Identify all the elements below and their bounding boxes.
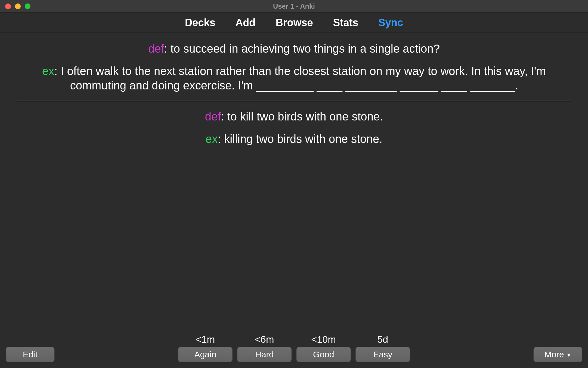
card-area: def: to succeed in achieving two things … xyxy=(0,33,588,146)
more-button[interactable]: More ▼ xyxy=(533,347,582,362)
back-def: def: to kill two birds with one stone. xyxy=(18,109,570,124)
nav-add[interactable]: Add xyxy=(235,17,256,29)
nav-stats[interactable]: Stats xyxy=(333,17,358,29)
front-def: def: to succeed in achieving two things … xyxy=(18,41,570,56)
answer-hard: <6m Hard xyxy=(237,334,292,362)
def-label: def xyxy=(148,42,164,55)
edit-button[interactable]: Edit xyxy=(6,347,55,362)
easy-button[interactable]: Easy xyxy=(355,347,410,362)
ex-label: ex xyxy=(206,133,218,145)
zoom-icon[interactable] xyxy=(25,3,30,9)
ex-label: ex xyxy=(42,65,54,77)
nav-browse[interactable]: Browse xyxy=(276,17,313,29)
window-lights xyxy=(5,3,30,9)
answer-buttons: <1m Again <6m Hard <10m Good 5d Easy xyxy=(178,334,410,362)
answer-again: <1m Again xyxy=(178,334,233,362)
nav-decks[interactable]: Decks xyxy=(185,17,215,29)
nav-sync[interactable]: Sync xyxy=(378,17,403,29)
good-button[interactable]: Good xyxy=(296,347,351,362)
interval-easy: 5d xyxy=(377,334,388,345)
minimize-icon[interactable] xyxy=(15,3,21,9)
window-title: User 1 - Anki xyxy=(273,2,315,10)
titlebar: User 1 - Anki xyxy=(0,0,588,13)
back-ex-text: : killing two birds with one stone. xyxy=(218,133,382,145)
back-ex: ex: killing two birds with one stone. xyxy=(18,132,570,146)
top-nav: Decks Add Browse Stats Sync xyxy=(0,13,588,33)
again-button[interactable]: Again xyxy=(178,347,233,362)
front-ex-text: : I often walk to the next station rathe… xyxy=(54,65,546,92)
front-def-text: : to succeed in achieving two things in … xyxy=(164,42,440,55)
front-ex: ex: I often walk to the next station rat… xyxy=(18,64,570,93)
answer-easy: 5d Easy xyxy=(355,334,410,362)
more-label: More xyxy=(544,350,564,359)
interval-again: <1m xyxy=(196,334,215,345)
caret-down-icon: ▼ xyxy=(566,352,571,358)
def-label: def xyxy=(205,110,221,123)
hard-button[interactable]: Hard xyxy=(237,347,292,362)
back-def-text: : to kill two birds with one stone. xyxy=(221,110,383,123)
bottom-bar: Edit <1m Again <6m Hard <10m Good 5d Eas… xyxy=(0,327,588,368)
close-icon[interactable] xyxy=(5,3,11,9)
interval-hard: <6m xyxy=(255,334,274,345)
answer-good: <10m Good xyxy=(296,334,351,362)
interval-good: <10m xyxy=(311,334,336,345)
front-back-divider xyxy=(17,101,571,101)
